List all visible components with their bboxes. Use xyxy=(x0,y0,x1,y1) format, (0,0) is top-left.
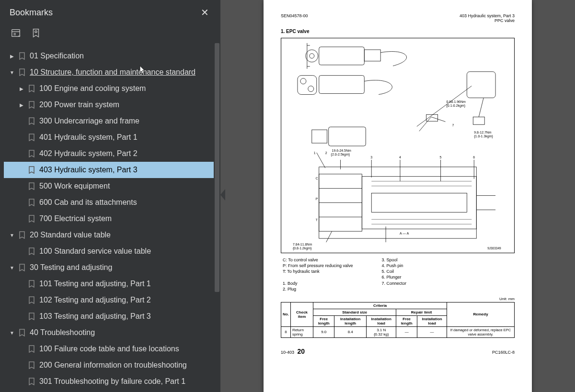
svg-rect-5 xyxy=(319,47,365,65)
bookmark-label: 10 Structure, function and maintenance s… xyxy=(30,68,217,77)
pdf-viewer[interactable]: SEN04578-00 403 Hydraulic system, Part 3… xyxy=(220,0,575,392)
bookmark-item[interactable]: 600 Cab and its attachments xyxy=(4,194,218,211)
bookmark-label: 101 Testing and adjusting, Part 1 xyxy=(39,280,217,288)
svg-rect-13 xyxy=(298,76,317,95)
collapse-handle-icon[interactable] xyxy=(220,189,225,201)
svg-text:0.98-1.96Nm: 0.98-1.96Nm xyxy=(447,100,466,103)
bookmark-item[interactable]: 300 Undercarriage and frame xyxy=(4,113,218,129)
bookmark-item[interactable]: 103 Testing and adjusting, Part 3 xyxy=(4,308,218,325)
bookmark-item[interactable]: 301 Troubleshooting by failure code, Par… xyxy=(4,373,218,390)
svg-text:P: P xyxy=(316,197,318,201)
pdf-page: SEN04578-00 403 Hydraulic system, Part 3… xyxy=(264,0,532,392)
bookmark-item[interactable]: ▶100 Engine and cooling system xyxy=(4,80,218,97)
chevron-down-icon[interactable]: ▼ xyxy=(8,70,16,75)
scrollbar-thumb[interactable] xyxy=(215,43,219,292)
criteria-table: No. Check item Criteria Remedy Standard … xyxy=(281,302,515,338)
section-label: 403 Hydraulic system, Part 3 PPC valve xyxy=(460,13,515,23)
bookmark-item[interactable]: 401 Hydraulic system, Part 1 xyxy=(4,129,218,146)
bookmark-item[interactable]: 500 Work equipment xyxy=(4,178,218,194)
bookmark-label: 301 Troubleshooting by failure code, Par… xyxy=(39,377,217,386)
bookmark-item[interactable]: ▼40 Troubleshooting xyxy=(4,325,218,341)
bookmark-item[interactable]: 102 Testing and adjusting, Part 2 xyxy=(4,292,218,308)
svg-text:1: 1 xyxy=(314,151,316,155)
bookmark-icon xyxy=(17,68,27,76)
bookmark-item[interactable]: ▶200 Power train system xyxy=(4,97,218,113)
find-bookmark-icon[interactable] xyxy=(29,26,43,42)
bookmark-item[interactable]: 402 Hydraulic system, Part 2 xyxy=(4,146,218,162)
page-footer: 10-403 20 PC160LC-8 xyxy=(281,347,515,355)
bookmark-label: 200 Power train system xyxy=(39,101,217,109)
bookmark-item[interactable]: 200 General information on troubleshooti… xyxy=(4,357,218,373)
bookmark-item[interactable]: 100 Standard service value table xyxy=(4,243,218,259)
bookmarks-toolbar xyxy=(0,24,220,46)
bookmark-item[interactable]: 101 Testing and adjusting, Part 1 xyxy=(4,276,218,292)
bookmark-icon xyxy=(17,264,27,271)
svg-rect-19 xyxy=(473,117,484,124)
svg-line-39 xyxy=(317,153,325,168)
chevron-right-icon[interactable]: ▶ xyxy=(17,86,26,91)
bookmark-icon xyxy=(27,296,36,304)
svg-point-7 xyxy=(310,54,314,58)
bookmark-icon xyxy=(17,329,27,336)
legend-right: 3. Spool4. Push pin5. Coil6. Plunger7. C… xyxy=(382,257,407,292)
bookmark-icon xyxy=(27,378,36,385)
svg-text:{0.1-0.2kgm}: {0.1-0.2kgm} xyxy=(447,104,466,108)
section-heading: 1. EPC valve xyxy=(281,29,515,34)
bookmark-icon xyxy=(27,182,36,190)
bookmark-icon xyxy=(27,134,36,141)
svg-point-15 xyxy=(308,86,314,92)
bookmark-icon xyxy=(27,247,36,255)
close-icon[interactable]: ✕ xyxy=(197,5,213,20)
svg-rect-20 xyxy=(426,114,438,121)
svg-text:3: 3 xyxy=(370,156,372,159)
doc-id: SEN04578-00 xyxy=(281,13,308,23)
chevron-down-icon[interactable]: ▼ xyxy=(8,265,16,270)
svg-text:C: C xyxy=(316,177,318,180)
bookmark-label: 700 Electrical system xyxy=(39,214,217,223)
bookmark-icon xyxy=(17,52,27,60)
svg-text:{1.0-1.3kgm}: {1.0-1.3kgm} xyxy=(474,134,493,138)
svg-rect-31 xyxy=(371,193,467,213)
bookmark-icon xyxy=(17,231,27,239)
scrollbar[interactable] xyxy=(214,43,220,392)
chevron-right-icon[interactable]: ▶ xyxy=(8,54,16,59)
bookmark-label: 30 Testing and adjusting xyxy=(30,263,217,272)
bookmark-icon xyxy=(27,85,36,92)
svg-text:4: 4 xyxy=(399,156,401,159)
page-header: SEN04578-00 403 Hydraulic system, Part 3… xyxy=(281,13,515,23)
bookmark-item[interactable]: 100 Failure code table and fuse location… xyxy=(4,341,218,357)
bookmark-item[interactable]: ▼20 Standard value table xyxy=(4,227,218,243)
bookmark-label: 500 Work equipment xyxy=(39,182,217,190)
svg-text:7: 7 xyxy=(452,123,454,127)
bookmark-item[interactable]: 700 Electrical system xyxy=(4,211,218,227)
bookmark-item[interactable]: ▶01 Specification xyxy=(4,48,218,64)
bookmark-item[interactable]: ▼10 Structure, function and maintenance … xyxy=(4,64,218,80)
svg-text:9J303349: 9J303349 xyxy=(487,246,501,250)
svg-rect-16 xyxy=(329,127,366,146)
legend-left: C: To control valveP: From self pressure… xyxy=(283,257,353,292)
svg-point-4 xyxy=(35,31,37,33)
bookmark-label: 200 General information on troubleshooti… xyxy=(39,361,217,370)
bookmark-label: 100 Standard service value table xyxy=(39,247,217,256)
bookmark-label: 20 Standard value table xyxy=(30,231,217,239)
svg-point-14 xyxy=(300,78,306,84)
bookmarks-tree[interactable]: ▶01 Specification▼10 Structure, function… xyxy=(0,46,220,392)
chevron-right-icon[interactable]: ▶ xyxy=(17,102,26,108)
svg-text:2: 2 xyxy=(325,151,327,155)
options-icon[interactable] xyxy=(9,26,23,42)
chevron-down-icon[interactable]: ▼ xyxy=(8,330,16,336)
bookmark-icon xyxy=(27,150,36,157)
svg-rect-23 xyxy=(362,177,476,229)
svg-text:{0.8-1.2kgm}: {0.8-1.2kgm} xyxy=(293,246,312,250)
bookmark-label: 402 Hydraulic system, Part 2 xyxy=(39,149,217,158)
chevron-down-icon[interactable]: ▼ xyxy=(8,233,16,238)
bookmark-label: 102 Testing and adjusting, Part 2 xyxy=(39,296,217,304)
bookmarks-header: Bookmarks ✕ xyxy=(0,0,220,24)
bookmark-item[interactable]: 403 Hydraulic system, Part 3 xyxy=(4,162,218,178)
svg-text:T: T xyxy=(316,218,318,222)
svg-text:5: 5 xyxy=(440,156,442,159)
svg-rect-12 xyxy=(319,76,365,94)
bookmark-item[interactable]: ▼30 Testing and adjusting xyxy=(4,259,218,276)
svg-rect-17 xyxy=(312,130,327,143)
bookmarks-panel: Bookmarks ✕ ▶01 Specification▼10 Structu… xyxy=(0,0,220,392)
